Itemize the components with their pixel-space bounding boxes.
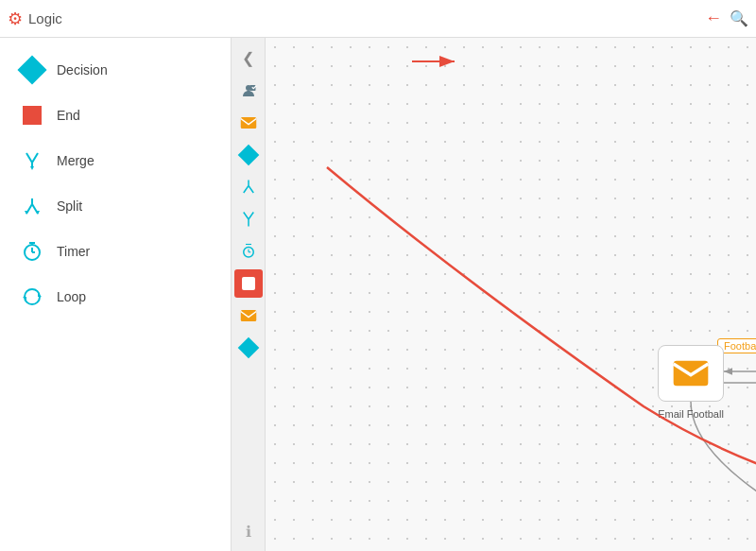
svg-rect-28 (240, 310, 256, 321)
toolbar-email[interactable] (234, 109, 263, 137)
split-icon (19, 193, 45, 219)
annotation-arrows (266, 38, 756, 551)
panel-item-end[interactable]: End (0, 93, 231, 138)
svg-marker-3 (30, 166, 34, 170)
panel-item-split[interactable]: Split (0, 183, 231, 229)
svg-line-19 (243, 186, 248, 194)
search-icon[interactable]: 🔍 (730, 9, 748, 27)
toolbar-timer[interactable] (234, 237, 263, 266)
header: ⚙ Logic ← 🔍 (0, 0, 756, 38)
collapse-button[interactable]: ❮ (242, 43, 254, 73)
panel-item-timer[interactable]: Timer (0, 229, 231, 274)
svg-line-1 (32, 153, 38, 163)
canvas[interactable]: User Decision Football Soccer Email Foot… (266, 38, 756, 551)
toolbar-info[interactable]: ℹ (234, 517, 263, 545)
loop-icon (19, 284, 45, 310)
timer-icon (19, 238, 45, 265)
main-layout: Decision End Merge (0, 38, 756, 551)
decision-icon (19, 57, 45, 83)
toolbar-diamond2[interactable] (234, 334, 263, 362)
toolbar-merge[interactable] (234, 205, 263, 233)
back-arrow-icon[interactable]: ← (705, 9, 722, 28)
toolbar-diamond[interactable] (234, 141, 263, 169)
svg-line-0 (26, 153, 32, 163)
svg-rect-17 (240, 117, 256, 129)
svg-line-21 (243, 213, 248, 220)
left-panel: Decision End Merge (0, 38, 232, 551)
email-football-node[interactable]: Email Football (658, 345, 724, 402)
timer-label: Timer (57, 244, 90, 259)
middle-toolbar: ❮ (232, 38, 266, 551)
email-football-icon (672, 359, 710, 387)
header-title: Logic (28, 10, 697, 26)
toolbar-user-task[interactable] (234, 77, 263, 105)
panel-item-decision[interactable]: Decision (0, 47, 231, 93)
merge-label: Merge (57, 153, 94, 168)
decision-label: Decision (57, 62, 108, 77)
svg-line-20 (249, 186, 253, 194)
toolbar-split[interactable] (234, 173, 263, 201)
diagram-connectors (266, 38, 756, 551)
panel-item-merge[interactable]: Merge (0, 138, 231, 183)
merge-icon (19, 147, 45, 174)
end-icon (19, 102, 45, 129)
toolbar-email2[interactable] (234, 301, 263, 330)
gear-icon[interactable]: ⚙ (8, 9, 23, 29)
split-label: Split (57, 198, 82, 214)
email-football-label: Email Football (658, 408, 724, 420)
panel-item-loop[interactable]: Loop (0, 274, 231, 319)
toolbar-end[interactable] (234, 269, 263, 298)
loop-label: Loop (57, 289, 86, 304)
end-label: End (57, 108, 80, 123)
svg-line-22 (249, 213, 253, 220)
